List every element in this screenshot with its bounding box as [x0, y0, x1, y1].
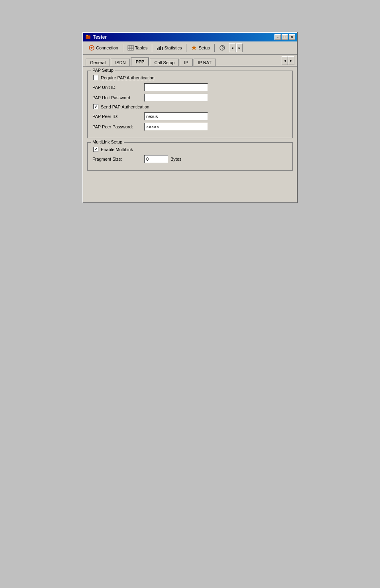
svg-marker-15	[192, 45, 196, 50]
title-bar: Tester − □ ✕	[83, 33, 297, 41]
statistics-label: Statistics	[164, 45, 182, 50]
help-icon: ?	[219, 45, 225, 51]
svg-point-3	[91, 47, 92, 49]
pap-peer-id-label: PAP Peer ID:	[92, 114, 144, 119]
tables-icon	[127, 45, 134, 51]
pap-peer-id-input[interactable]	[144, 112, 208, 120]
tab-general[interactable]: General	[86, 59, 110, 66]
svg-rect-1	[86, 35, 88, 36]
pap-setup-title: PAP Setup	[91, 68, 115, 73]
connection-label: Connection	[96, 45, 118, 50]
title-buttons: − □ ✕	[274, 34, 295, 40]
pap-unit-id-label: PAP Unit ID:	[92, 85, 144, 90]
setup-tab-button[interactable]: Setup	[188, 43, 213, 53]
toolbar-sep-4	[214, 44, 215, 52]
help-button[interactable]: ?	[216, 43, 228, 53]
toolbar-sep-3	[186, 44, 186, 52]
content-area: PAP Setup Require PAP Authentication PAP…	[83, 67, 297, 202]
fragment-size-input[interactable]	[144, 155, 168, 163]
pap-peer-password-label: PAP Peer Password:	[92, 124, 144, 129]
pap-unit-id-input[interactable]	[144, 83, 208, 91]
setup-icon	[191, 45, 197, 51]
setup-label: Setup	[198, 45, 210, 50]
toolbar-sep-2	[152, 44, 152, 52]
minimize-button[interactable]: −	[274, 34, 281, 40]
pap-unit-password-label: PAP Unit Password:	[92, 95, 144, 100]
statistics-icon	[157, 45, 163, 51]
toolbar: Connection Tables	[83, 41, 297, 55]
tab-call-setup[interactable]: Call Setup	[150, 59, 179, 66]
bytes-label: Bytes	[170, 157, 182, 161]
maximize-button[interactable]: □	[282, 34, 288, 40]
connection-icon	[88, 45, 95, 51]
tab-ip-nat[interactable]: IP NAT	[194, 59, 216, 66]
pap-unit-password-input[interactable]	[144, 94, 208, 102]
svg-rect-13	[160, 46, 161, 50]
svg-rect-12	[159, 47, 160, 50]
tab-forward-button[interactable]: ►	[288, 56, 294, 65]
svg-rect-6	[128, 45, 133, 50]
pap-unit-id-row: PAP Unit ID:	[92, 83, 288, 91]
require-pap-checkbox[interactable]	[93, 75, 98, 80]
svg-rect-11	[157, 48, 158, 50]
send-pap-row: Send PAP Authentication	[92, 104, 288, 109]
connection-tab-button[interactable]: Connection	[86, 43, 121, 53]
tab-back-button[interactable]: ◄	[282, 56, 288, 65]
require-pap-label[interactable]: Require PAP Authentication	[101, 75, 155, 80]
svg-text:?: ?	[221, 46, 224, 50]
tab-ppp[interactable]: PPP	[131, 57, 149, 66]
tables-tab-button[interactable]: Tables	[125, 43, 151, 53]
window-title: Tester	[93, 34, 107, 40]
app-icon	[85, 34, 91, 40]
fragment-size-row: Fragment Size: Bytes	[92, 155, 288, 163]
toolbar-back-button[interactable]: ◄	[229, 43, 235, 52]
multilink-setup-title: MultiLink Setup	[91, 140, 124, 144]
tab-nav: ◄ ►	[282, 56, 294, 65]
toolbar-sep-1	[123, 44, 123, 52]
fragment-size-label: Fragment Size:	[92, 157, 144, 161]
send-pap-checkbox[interactable]	[93, 104, 98, 109]
title-bar-left: Tester	[85, 34, 107, 40]
require-pap-row: Require PAP Authentication	[92, 75, 288, 80]
tab-isdn[interactable]: ISDN	[111, 59, 130, 66]
tab-ip[interactable]: IP	[180, 59, 192, 66]
enable-multilink-label[interactable]: Enable MultiLink	[101, 147, 133, 152]
tables-label: Tables	[135, 45, 148, 50]
pap-setup-group: PAP Setup Require PAP Authentication PAP…	[87, 71, 293, 138]
pap-peer-password-input[interactable]	[144, 123, 208, 131]
svg-rect-14	[162, 47, 163, 50]
tab-bar: General ISDN PPP Call Setup IP IP NAT ◄ …	[83, 55, 297, 67]
enable-multilink-row: Enable MultiLink	[92, 147, 288, 152]
enable-multilink-checkbox[interactable]	[93, 147, 98, 152]
multilink-setup-group: MultiLink Setup Enable MultiLink Fragmen…	[87, 142, 293, 171]
pap-unit-password-row: PAP Unit Password:	[92, 94, 288, 102]
send-pap-label[interactable]: Send PAP Authentication	[101, 104, 149, 109]
statistics-tab-button[interactable]: Statistics	[154, 43, 184, 53]
pap-peer-id-row: PAP Peer ID:	[92, 112, 288, 120]
toolbar-forward-button[interactable]: ►	[236, 43, 243, 52]
svg-rect-0	[86, 35, 90, 39]
close-button[interactable]: ✕	[289, 34, 295, 40]
pap-peer-password-row: PAP Peer Password:	[92, 123, 288, 131]
main-window: Tester − □ ✕ Connection	[82, 32, 298, 203]
